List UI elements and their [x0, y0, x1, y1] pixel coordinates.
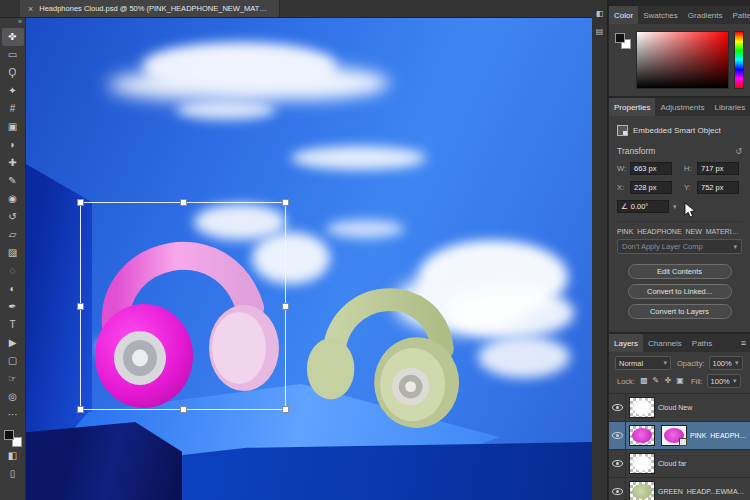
canvas-area[interactable] — [26, 18, 592, 500]
panel-menu-icon[interactable]: ≡ — [737, 334, 750, 352]
tab-libraries[interactable]: Libraries — [710, 98, 750, 116]
saturation-brightness-field[interactable] — [636, 31, 729, 89]
layer-thumbnail[interactable] — [630, 398, 654, 417]
edit-contents-button[interactable]: Edit Contents — [628, 264, 732, 279]
tab-adjustments[interactable]: Adjustments — [655, 98, 709, 116]
lock-all-icon[interactable]: ▣ — [675, 377, 685, 385]
frame-tool[interactable]: ▣ — [2, 118, 24, 136]
convert-to-layers-button[interactable]: Convert to Layers — [628, 304, 732, 319]
edit-toolbar-icon[interactable]: ··· — [2, 406, 24, 424]
rotation-input[interactable]: ∠0.00° — [617, 200, 669, 213]
layer-row-pink-headphone[interactable]: PINK_HEADPH...EW_MATERIAL — [609, 422, 750, 450]
layer-visibility-toggle[interactable] — [609, 394, 626, 421]
tab-color[interactable]: Color — [609, 6, 638, 24]
layer-comp-dropdown[interactable]: Don't Apply Layer Comp ▾ — [617, 239, 742, 254]
height-input[interactable]: 717 px — [697, 162, 739, 175]
quick-mask-icon[interactable]: ◧ — [2, 447, 24, 465]
mouse-cursor — [684, 202, 696, 220]
fill-input[interactable]: 100% ▾ — [707, 374, 741, 388]
screen-mode-icon[interactable]: ▯ — [2, 465, 24, 483]
layer-row-cloud-far[interactable]: Cloud far — [609, 450, 750, 478]
layer-row-green-headphone[interactable]: GREEN_HEADP...EWMATERIAL — [609, 478, 750, 500]
pen-tool[interactable]: ✒ — [2, 298, 24, 316]
layer-row-cloud-new[interactable]: Cloud New — [609, 394, 750, 422]
width-input[interactable]: 663 px — [630, 162, 672, 175]
layer-visibility-toggle[interactable] — [609, 478, 626, 500]
transform-bounding-box[interactable] — [80, 202, 286, 410]
angle-icon: ∠ — [621, 202, 628, 211]
transform-handle[interactable] — [77, 303, 84, 310]
smart-object-thumbnail[interactable] — [662, 426, 686, 445]
clone-stamp-tool[interactable]: ◉ — [2, 190, 24, 208]
tab-properties[interactable]: Properties — [609, 98, 655, 116]
hue-slider[interactable] — [734, 31, 744, 89]
transform-handle[interactable] — [282, 406, 289, 413]
tool-icon: ▢ — [8, 356, 17, 366]
reset-transform-icon[interactable]: ↺ — [735, 147, 742, 156]
collapsed-panel-icon-1[interactable]: ◧ — [596, 10, 604, 18]
layer-thumbnail[interactable] — [630, 454, 654, 473]
crop-tool[interactable]: # — [2, 100, 24, 118]
convert-to-linked-button[interactable]: Convert to Linked... — [628, 284, 732, 299]
transform-handle[interactable] — [282, 199, 289, 206]
transform-handle[interactable] — [77, 199, 84, 206]
chevron-down-icon[interactable]: ▾ — [673, 203, 677, 211]
tab-gradients[interactable]: Gradients — [683, 6, 728, 24]
tool-icon: ✦ — [8, 86, 16, 96]
gradient-tool[interactable]: ▨ — [2, 244, 24, 262]
collapsed-panel-icon-2[interactable]: ▤ — [596, 28, 604, 36]
green-headphones[interactable] — [300, 262, 468, 440]
tool-icon: ▶ — [9, 338, 17, 348]
shape-tool[interactable]: ▢ — [2, 352, 24, 370]
y-input[interactable]: 752 px — [697, 181, 739, 194]
healing-brush-tool[interactable]: ✚ — [2, 154, 24, 172]
foreground-color-swatch[interactable] — [4, 430, 14, 440]
collapse-tools-icon[interactable]: » — [18, 18, 25, 28]
foreground-color-swatch[interactable] — [615, 33, 625, 43]
history-brush-tool[interactable]: ↺ — [2, 208, 24, 226]
layer-visibility-toggle[interactable] — [609, 450, 626, 477]
tab-channels[interactable]: Channels — [643, 334, 687, 352]
eyedropper-tool[interactable]: ◗ — [2, 136, 24, 154]
layer-visibility-toggle[interactable] — [609, 422, 626, 449]
collapsed-panel-strip: ◧▤ — [592, 0, 608, 500]
eraser-tool[interactable]: ▱ — [2, 226, 24, 244]
lock-pixels-icon[interactable]: ✎ — [651, 377, 661, 385]
path-selection-tool[interactable]: ▶ — [2, 334, 24, 352]
zoom-tool[interactable]: ◎ — [2, 388, 24, 406]
blur-tool[interactable]: ◌ — [2, 262, 24, 280]
brush-tool[interactable]: ✎ — [2, 172, 24, 190]
tab-layers[interactable]: Layers — [609, 334, 643, 352]
x-input[interactable]: 228 px — [630, 181, 672, 194]
tab-close-icon[interactable]: × — [28, 4, 33, 14]
document-tab[interactable]: × Headphones Cloud.psd @ 50% (PINK_HEADP… — [20, 0, 280, 17]
blend-mode-dropdown[interactable]: Normal ▾ — [615, 356, 671, 370]
mini-color-swatches — [615, 33, 631, 49]
move-tool[interactable]: ✜ — [2, 28, 24, 46]
lasso-tool[interactable]: Ϙ — [2, 64, 24, 82]
lock-position-icon[interactable]: ✜ — [663, 377, 673, 385]
layer-thumbnail[interactable] — [630, 482, 654, 500]
lock-transparency-icon[interactable]: ▩ — [639, 377, 649, 385]
quick-selection-tool[interactable]: ✦ — [2, 82, 24, 100]
cloud — [176, 100, 276, 120]
eye-icon — [612, 432, 623, 439]
tab-swatches[interactable]: Swatches — [638, 6, 683, 24]
dodge-tool[interactable]: ◐ — [2, 280, 24, 298]
transform-handle[interactable] — [282, 303, 289, 310]
chevron-down-icon: ▾ — [663, 359, 667, 367]
transform-handle[interactable] — [180, 406, 187, 413]
transform-handle[interactable] — [77, 406, 84, 413]
layer-thumbnail[interactable] — [630, 426, 654, 445]
opacity-value: 100% — [713, 359, 732, 368]
opacity-input[interactable]: 100% ▾ — [709, 356, 743, 370]
marquee-tool[interactable]: ▭ — [2, 46, 24, 64]
hand-tool[interactable]: ☞ — [2, 370, 24, 388]
transform-handle[interactable] — [180, 199, 187, 206]
tool-icon: ▨ — [8, 248, 17, 258]
type-tool[interactable]: T — [2, 316, 24, 334]
tab-paths[interactable]: Paths — [687, 334, 717, 352]
rotation-value: 0.00° — [631, 202, 649, 211]
tab-patterns[interactable]: Patterns — [728, 6, 750, 24]
smart-object-badge-icon — [679, 438, 687, 446]
